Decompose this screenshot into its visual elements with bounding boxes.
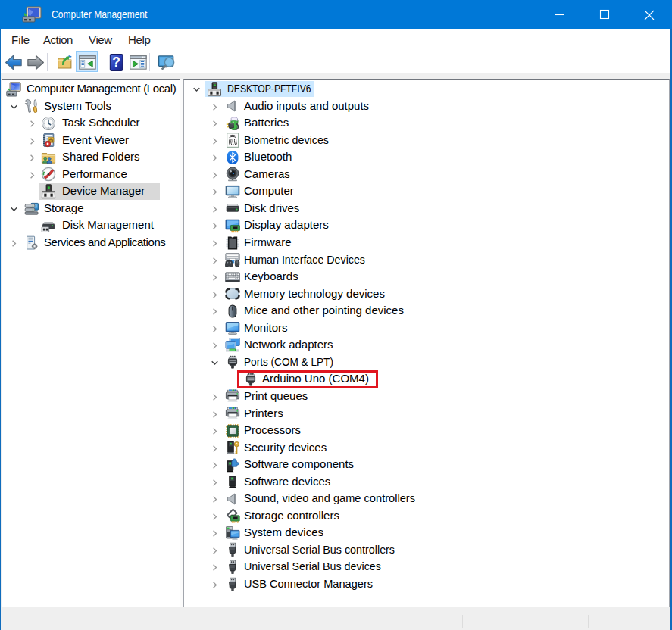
svg-text:?: ? [112,55,120,70]
